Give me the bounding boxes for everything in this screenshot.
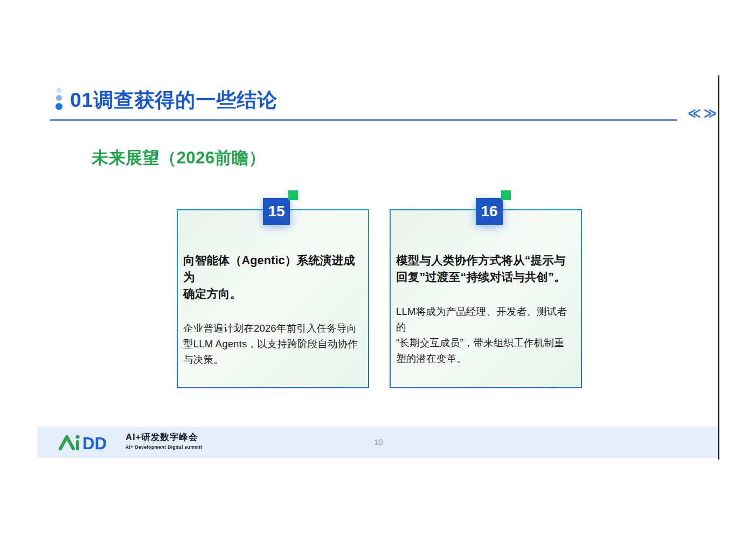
dot-icon <box>56 103 63 110</box>
slide-navigation: ≪ ≫ <box>688 107 717 120</box>
insight-card: 16 模型与人类协作方式将从“提示与 回复”过渡至“持续对话与共创”。 LLM将… <box>390 209 582 388</box>
right-edge-divider <box>718 76 719 459</box>
footer-bar: DD AI+研发数字峰会 AI+ Development Digital sum… <box>38 427 719 458</box>
card-body-text: 企业普遍计划在2026年前引入任务导向 型LLM Agents，以支持跨阶段自动… <box>183 320 363 367</box>
green-square-accent-icon <box>288 190 298 200</box>
card-number-badge: 15 <box>263 198 290 225</box>
card-title: 向智能体（Agentic）系统演进成为 确定方向。 <box>183 252 363 303</box>
dot-icon <box>56 95 62 101</box>
card-body-text: LLM将成为产品经理、开发者、测试者的 “长期交互成员”，带来组织工作机制重 塑… <box>396 304 575 366</box>
previous-slide-icon[interactable]: ≪ <box>688 107 701 120</box>
card-number-badge: 16 <box>476 198 503 225</box>
page-title: 01调查获得的一些结论 <box>70 87 278 114</box>
green-square-accent-icon <box>501 190 511 200</box>
insight-card: 15 向智能体（Agentic）系统演进成为 确定方向。 企业普遍计划在2026… <box>177 209 369 388</box>
dot-icon <box>57 88 61 93</box>
slide-page: 01调查获得的一些结论 ≪ ≫ 未来展望（2026前瞻） 15 向智能体（Age… <box>0 0 756 535</box>
title-bullet-dots-icon <box>54 88 63 110</box>
page-number: 10 <box>38 437 719 447</box>
card-title: 模型与人类协作方式将从“提示与 回复”过渡至“持续对话与共创”。 <box>396 252 575 286</box>
section-heading: 未来展望（2026前瞻） <box>92 147 266 169</box>
next-slide-icon[interactable]: ≫ <box>703 107 717 120</box>
title-underline <box>50 119 677 121</box>
